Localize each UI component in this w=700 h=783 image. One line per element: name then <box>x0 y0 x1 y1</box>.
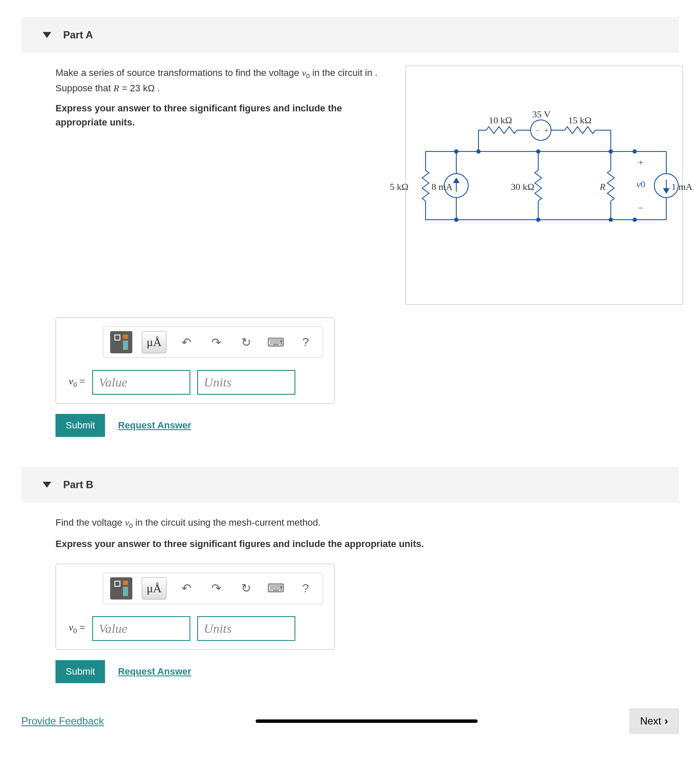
svg-point-33 <box>536 218 540 222</box>
svg-text:−: − <box>535 126 540 135</box>
units-button[interactable]: μÅ <box>142 331 166 353</box>
next-button[interactable]: Next› <box>630 709 679 734</box>
templates-icon[interactable] <box>110 577 132 600</box>
answer-label-b: v0 = <box>69 622 85 635</box>
circuit-figure: − + 5 kΩ 8 mA 10 kΩ 35 V 30 kΩ 15 kΩ R + <box>405 66 683 305</box>
keyboard-icon[interactable]: ⌨ <box>265 578 286 599</box>
value-input-a[interactable] <box>92 370 190 395</box>
chevron-down-icon <box>43 32 51 38</box>
label-5k: 5 kΩ <box>390 181 408 192</box>
redo-icon[interactable]: ↷ <box>206 332 226 352</box>
svg-point-36 <box>633 149 637 154</box>
scroll-indicator <box>256 719 478 723</box>
svg-point-35 <box>609 218 613 222</box>
svg-point-32 <box>536 149 540 154</box>
value-input-b[interactable] <box>92 616 190 641</box>
label-30k: 30 kΩ <box>511 181 534 192</box>
help-icon[interactable]: ? <box>295 578 316 599</box>
svg-point-37 <box>633 218 637 222</box>
answer-toolbar-a: μÅ ↶ ↷ ↻ ⌨ ? <box>103 326 323 358</box>
svg-point-31 <box>476 149 481 154</box>
part-b-prompt: Find the voltage v0 in the circuit using… <box>55 515 679 531</box>
submit-button-a[interactable]: Submit <box>55 414 105 437</box>
reset-icon[interactable]: ↻ <box>236 578 256 599</box>
request-answer-link-b[interactable]: Request Answer <box>118 666 191 677</box>
part-b-body: Find the voltage v0 in the circuit using… <box>0 503 700 696</box>
footer-row: Provide Feedback Next› <box>0 696 700 746</box>
part-a-header[interactable]: Part A <box>21 17 679 53</box>
svg-text:+: + <box>544 126 548 135</box>
request-answer-link-a[interactable]: Request Answer <box>118 420 191 431</box>
part-a-instruction: Express your answer to three significant… <box>55 101 388 129</box>
chevron-right-icon: › <box>665 715 668 727</box>
undo-icon[interactable]: ↶ <box>176 578 196 599</box>
svg-point-30 <box>454 218 458 222</box>
answer-label-a: v0 = <box>69 375 85 389</box>
answer-toolbar-b: μÅ ↶ ↷ ↻ ⌨ ? <box>103 573 323 604</box>
part-a-title: Part A <box>63 29 93 41</box>
label-vo: v0 <box>636 179 645 190</box>
label-R: R <box>600 181 605 192</box>
label-8ma: 8 mA <box>432 181 453 192</box>
submit-button-b[interactable]: Submit <box>55 660 105 683</box>
part-a-body: Make a series of source transformations … <box>0 53 700 450</box>
provide-feedback-link[interactable]: Provide Feedback <box>21 715 104 727</box>
units-button[interactable]: μÅ <box>142 577 166 600</box>
vo-minus: − <box>638 203 643 214</box>
svg-point-29 <box>454 149 458 154</box>
answer-box-b: μÅ ↶ ↷ ↻ ⌨ ? v0 = <box>55 564 335 650</box>
label-35v: 35 V <box>532 109 551 120</box>
part-b-instruction: Express your answer to three significant… <box>55 537 679 551</box>
svg-point-34 <box>609 149 613 154</box>
label-1ma2: 1 mA <box>671 181 693 192</box>
label-15k: 15 kΩ <box>568 115 592 126</box>
vo-plus: + <box>638 157 643 168</box>
part-b-header[interactable]: Part B <box>21 467 679 503</box>
label-10k: 10 kΩ <box>489 115 512 126</box>
help-icon[interactable]: ? <box>295 332 316 352</box>
redo-icon[interactable]: ↷ <box>206 578 226 599</box>
answer-box-a: μÅ ↶ ↷ ↻ ⌨ ? v0 = <box>55 317 335 404</box>
units-input-a[interactable] <box>197 370 295 395</box>
keyboard-icon[interactable]: ⌨ <box>265 332 286 352</box>
templates-icon[interactable] <box>110 331 132 353</box>
part-b-title: Part B <box>63 479 93 491</box>
undo-icon[interactable]: ↶ <box>176 332 196 352</box>
part-a-prompt: Make a series of source transformations … <box>55 66 388 95</box>
chevron-down-icon <box>43 482 51 488</box>
reset-icon[interactable]: ↻ <box>236 332 256 352</box>
units-input-b[interactable] <box>197 616 295 641</box>
